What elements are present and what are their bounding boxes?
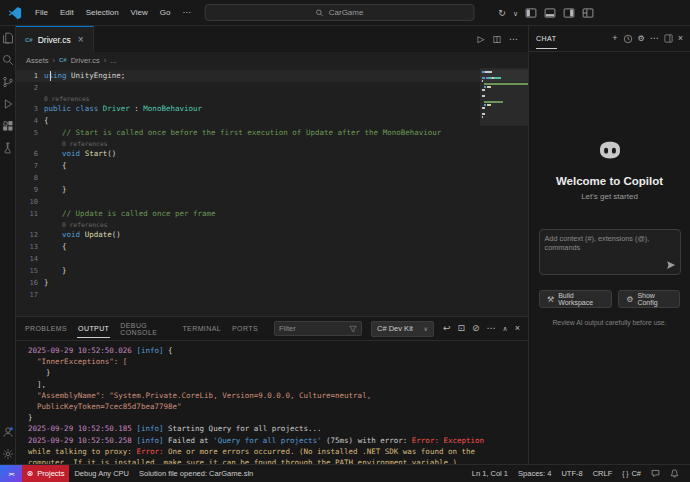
menu-go[interactable]: Go: [155, 6, 176, 19]
code-line-16[interactable]: 16}: [16, 277, 528, 289]
code-line-1[interactable]: 1using UnityEngine;: [16, 70, 528, 82]
code-line-9[interactable]: 9 }: [16, 184, 528, 196]
close-icon[interactable]: ×: [78, 34, 84, 45]
wordwrap-icon[interactable]: ↩: [443, 324, 451, 333]
code-line-5[interactable]: 5 // Start is called once before the fir…: [16, 127, 528, 139]
code-lines: 1using UnityEngine;20 references3public …: [16, 68, 528, 301]
toggle-sidebar-left-icon[interactable]: [525, 7, 537, 19]
tab-chat[interactable]: CHAT: [536, 29, 557, 49]
indentation-status[interactable]: Spaces: 4: [513, 465, 556, 482]
more-actions-icon[interactable]: ⋯: [650, 34, 659, 43]
lock-scroll-icon[interactable]: ⊡: [458, 324, 466, 333]
menu-edit[interactable]: Edit: [55, 6, 79, 19]
codelens-references[interactable]: 0 references: [16, 220, 528, 229]
testing-icon[interactable]: [2, 142, 14, 154]
run-debug-icon[interactable]: [2, 98, 14, 110]
feedback-status[interactable]: [646, 465, 665, 482]
source-control-icon[interactable]: [2, 76, 14, 88]
tab-ports[interactable]: PORTS: [231, 320, 259, 337]
toggle-panel-icon[interactable]: [544, 7, 556, 19]
open-in-editor-icon[interactable]: [664, 34, 673, 43]
tab-driver-cs[interactable]: C# Driver.cs ×: [16, 26, 94, 52]
search-icon[interactable]: [2, 54, 14, 66]
settings-gear-icon[interactable]: [2, 448, 14, 460]
command-center-search[interactable]: CarGame: [205, 4, 475, 21]
copilot-logo-icon: [596, 137, 624, 165]
cursor-position-status[interactable]: Ln 1, Col 1: [467, 465, 513, 482]
code-line-10[interactable]: 10: [16, 196, 528, 208]
code-line-12[interactable]: 12 void Update(): [16, 229, 528, 241]
debug-target-status[interactable]: Debug Any CPU: [69, 465, 134, 482]
eol-status[interactable]: CRLF: [588, 465, 618, 482]
debug-target-label: Debug Any CPU: [74, 469, 129, 478]
remote-indicator[interactable]: ><: [0, 465, 22, 482]
menu-view[interactable]: View: [126, 6, 153, 19]
code-line-6[interactable]: 6 void Start(): [16, 148, 528, 160]
breadcrumb-item-assets[interactable]: Assets: [26, 56, 49, 65]
code-line-8[interactable]: 8: [16, 172, 528, 184]
codelens-references[interactable]: 0 references: [16, 94, 528, 103]
language-mode-status[interactable]: { } C#: [617, 465, 646, 482]
chat-input-box[interactable]: [539, 229, 681, 275]
split-editor-icon[interactable]: ◫: [492, 35, 501, 44]
extensions-icon[interactable]: [2, 120, 14, 132]
solution-status[interactable]: Solution file opened: CarGame.sln: [134, 465, 258, 482]
tab-bar: C# Driver.cs × ▷ ◫ ⋯: [16, 26, 528, 52]
more-actions-icon[interactable]: ⋯: [509, 35, 518, 44]
menu-file[interactable]: File: [30, 6, 53, 19]
code-line-15[interactable]: 15 }: [16, 265, 528, 277]
tab-output[interactable]: OUTPUT: [77, 320, 110, 338]
code-line-7[interactable]: 7 {: [16, 160, 528, 172]
chevron-down-icon[interactable]: ∨: [513, 10, 518, 17]
breadcrumb-item-symbol[interactable]: ...: [110, 56, 116, 65]
code-line-13[interactable]: 13 {: [16, 241, 528, 253]
breadcrumb-item-file[interactable]: Driver.cs: [71, 56, 100, 65]
chat-welcome-title: Welcome to Copilot: [556, 175, 663, 187]
send-icon[interactable]: [666, 260, 676, 270]
minimap[interactable]: [480, 68, 528, 316]
codelens-references[interactable]: 0 references: [16, 139, 528, 148]
output-line-9: 2025-09-29 10:52:50.258 [info] Failed at…: [28, 435, 528, 446]
menu-selection[interactable]: Selection: [81, 6, 124, 19]
tab-debug-console[interactable]: DEBUG CONSOLE: [119, 317, 172, 341]
tab-terminal[interactable]: TERMINAL: [181, 320, 222, 337]
account-icon[interactable]: [2, 426, 14, 438]
projects-error-status[interactable]: ⊗ Projects: [22, 465, 69, 482]
build-workspace-label: Build Workspace: [558, 292, 604, 306]
code-line-4[interactable]: 4{: [16, 115, 528, 127]
close-panel-icon[interactable]: ×: [515, 324, 520, 333]
toggle-sidebar-right-icon[interactable]: [563, 7, 575, 19]
minimap-slider[interactable]: [480, 68, 528, 126]
output-channel-select[interactable]: C# Dev Kit ∨: [371, 321, 434, 337]
vscode-logo-icon[interactable]: [8, 6, 22, 20]
refresh-icon[interactable]: ↻: [498, 9, 506, 18]
menu-more[interactable]: ⋯: [177, 6, 195, 19]
filter-text-field[interactable]: [279, 324, 346, 333]
output-log[interactable]: 2025-09-29 10:52:50.026 [info] { "InnerE…: [16, 341, 528, 464]
run-code-icon[interactable]: ▷: [478, 35, 485, 44]
tab-problems[interactable]: PROBLEMS: [24, 320, 68, 337]
code-line-17[interactable]: 17: [16, 289, 528, 301]
filter-input[interactable]: [274, 321, 362, 336]
code-editor[interactable]: 1using UnityEngine;20 references3public …: [16, 68, 528, 316]
clear-output-icon[interactable]: ⊘: [472, 324, 480, 333]
new-chat-icon[interactable]: +: [612, 34, 617, 43]
show-config-button[interactable]: ⚙ Show Config: [618, 290, 680, 308]
code-line-2[interactable]: 2: [16, 82, 528, 94]
history-icon[interactable]: [623, 34, 633, 44]
more-actions-icon[interactable]: ⋯: [487, 324, 496, 333]
code-line-14[interactable]: 14: [16, 253, 528, 265]
explorer-icon[interactable]: [2, 32, 14, 44]
chat-input-field[interactable]: [540, 230, 680, 262]
code-line-11[interactable]: 11 // Update is called once per frame: [16, 208, 528, 220]
close-chat-icon[interactable]: ×: [678, 34, 683, 43]
output-line-4: ],: [28, 379, 528, 390]
maximize-panel-icon[interactable]: ∧: [503, 325, 508, 332]
title-bar: File Edit Selection View Go ⋯ ← → CarGam…: [0, 0, 690, 26]
encoding-status[interactable]: UTF-8: [556, 465, 587, 482]
build-workspace-button[interactable]: ⚒ Build Workspace: [539, 290, 612, 308]
code-line-3[interactable]: 3public class Driver : MonoBehaviour: [16, 103, 528, 115]
customize-layout-icon[interactable]: [582, 7, 594, 19]
chat-settings-gear-icon[interactable]: ⚙: [638, 35, 645, 43]
notifications-status[interactable]: [665, 465, 684, 482]
